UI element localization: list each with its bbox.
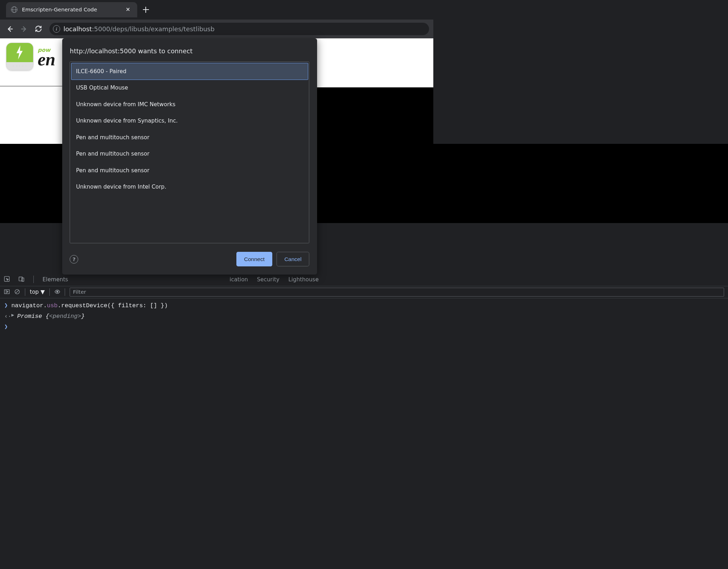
brand-text: pow en: [38, 47, 55, 66]
globe-icon: [11, 6, 17, 13]
dialog-title: http://localhost:5000 wants to connect: [70, 47, 309, 55]
device-item[interactable]: Unknown device from IMC Networks: [71, 96, 308, 113]
device-item[interactable]: Pen and multitouch sensor: [71, 129, 308, 146]
connect-button[interactable]: Connect: [236, 252, 272, 267]
device-toolbar-icon[interactable]: [18, 276, 25, 283]
tab-application[interactable]: ication: [230, 276, 248, 283]
reload-button[interactable]: [33, 23, 44, 34]
svg-line-6: [16, 290, 19, 293]
url-text: localhost:5000/deps/libusb/examples/test…: [63, 25, 214, 33]
clear-console-icon[interactable]: [14, 289, 20, 296]
chevron-down-icon: ▼: [41, 289, 45, 295]
back-button[interactable]: [4, 23, 15, 34]
console-return-line[interactable]: ‹· ▶ Promise {<pending>}: [4, 311, 433, 322]
eye-icon[interactable]: [54, 289, 60, 296]
device-item[interactable]: Pen and multitouch sensor: [71, 146, 308, 162]
console-output: ❯ navigator.usb.requestDevice({ filters:…: [0, 298, 433, 335]
expand-icon[interactable]: ▶: [11, 311, 14, 322]
bolt-icon: [15, 45, 24, 59]
console-prompt[interactable]: ❯: [4, 322, 433, 332]
info-icon[interactable]: i: [53, 25, 60, 32]
browser-toolbar: i localhost:5000/deps/libusb/examples/te…: [0, 20, 433, 39]
device-item[interactable]: Pen and multitouch sensor: [71, 162, 308, 179]
context-selector[interactable]: top ▼: [30, 289, 45, 295]
tab-title: Emscripten-Generated Code: [22, 6, 119, 13]
chevron-right-icon: ❯: [4, 300, 9, 311]
device-item[interactable]: USB Optical Mouse: [71, 80, 308, 96]
new-tab-button[interactable]: [143, 7, 149, 13]
chevron-right-icon: ❯: [4, 322, 9, 332]
tab-lighthouse[interactable]: Lighthouse: [288, 276, 318, 283]
help-icon[interactable]: ?: [70, 255, 78, 264]
chevron-left-icon: ‹·: [4, 311, 9, 322]
address-bar[interactable]: i localhost:5000/deps/libusb/examples/te…: [49, 23, 429, 36]
device-item[interactable]: Unknown device from Synaptics, Inc.: [71, 113, 308, 129]
tab-strip: Emscripten-Generated Code ✕: [0, 0, 433, 20]
device-list: ILCE-6600 - Paired USB Optical Mouse Unk…: [70, 61, 309, 243]
console-toolbar: top ▼ Filter: [0, 286, 433, 299]
usb-device-dialog: http://localhost:5000 wants to connect I…: [62, 38, 317, 275]
close-icon[interactable]: ✕: [124, 6, 132, 13]
inspect-element-icon[interactable]: [4, 276, 10, 283]
tab-security[interactable]: Security: [257, 276, 280, 283]
console-input-line[interactable]: ❯ navigator.usb.requestDevice({ filters:…: [4, 300, 433, 311]
tab-elements[interactable]: Elements: [43, 276, 68, 283]
devtools: Elements Console Sources Network Perform…: [0, 273, 433, 338]
devtools-tabstrip: Elements Console Sources Network Perform…: [0, 273, 433, 286]
forward-button[interactable]: [18, 23, 30, 34]
cancel-button[interactable]: Cancel: [277, 252, 310, 267]
filter-input[interactable]: Filter: [70, 288, 433, 297]
sidebar-toggle-icon[interactable]: [4, 289, 10, 296]
emscripten-logo: [6, 43, 33, 70]
device-item[interactable]: ILCE-6600 - Paired: [71, 63, 308, 80]
browser-tab[interactable]: Emscripten-Generated Code ✕: [6, 2, 137, 17]
svg-point-7: [57, 291, 58, 292]
device-item[interactable]: Unknown device from Intel Corp.: [71, 179, 308, 195]
